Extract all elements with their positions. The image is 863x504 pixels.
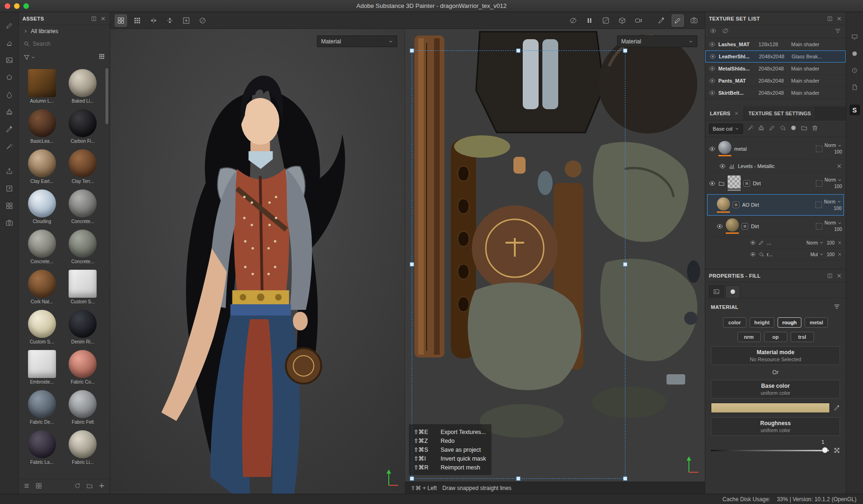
marquee-handle[interactable]	[623, 262, 627, 266]
layer-row[interactable]: Dirt Norm 100	[707, 216, 844, 237]
visibility-icon[interactable]	[709, 90, 716, 96]
asset-item[interactable]: Cork Nat...	[26, 270, 58, 304]
dock-panel-button[interactable]	[827, 16, 833, 21]
marquee-handle[interactable]	[623, 476, 627, 481]
add-frame-button[interactable]	[180, 14, 192, 27]
texture-set-row[interactable]: Pants_MAT2048x2048Main shader	[705, 75, 846, 87]
details-view-button[interactable]	[35, 483, 42, 491]
camera-view-button[interactable]	[632, 14, 645, 27]
asset-grid[interactable]: Autumn L...Baked Li...BasicLea...Carbon …	[19, 64, 110, 479]
asset-item[interactable]: Fabric Li...	[66, 430, 99, 465]
layer-effect-row[interactable]: ... Norm 100	[748, 237, 844, 249]
roughness-mode-button[interactable]: Roughness uniform color	[711, 417, 840, 436]
render-mode-button[interactable]	[600, 14, 612, 27]
texture-set-rows[interactable]: Lashes_MAT128x128Main shaderLeatherShl..…	[705, 38, 846, 106]
asset-thumbnail[interactable]	[69, 270, 97, 298]
effect-visibility-icon[interactable]	[719, 163, 726, 169]
close-panel-button[interactable]	[836, 16, 842, 21]
properties-tab-material[interactable]	[725, 285, 740, 298]
layer-visibility-icon[interactable]	[709, 180, 716, 187]
symmetry-settings-button[interactable]	[196, 14, 209, 27]
channel-metal-button[interactable]: metal	[805, 317, 828, 328]
add-paint-layer-button[interactable]	[769, 125, 775, 133]
layer-thumbnail[interactable]	[718, 141, 731, 154]
projection-tool[interactable]	[3, 54, 15, 66]
asset-thumbnail[interactable]	[69, 109, 97, 137]
asset-thumbnail[interactable]	[28, 69, 56, 97]
asset-thumbnail[interactable]	[28, 149, 56, 177]
layer-mask-slot[interactable]	[816, 146, 822, 152]
library-selector[interactable]: All libraries	[19, 25, 110, 37]
layer-thumbnail[interactable]	[728, 175, 741, 189]
roughness-slider[interactable]	[711, 447, 829, 454]
asset-thumbnail[interactable]	[28, 390, 56, 418]
material-picker-tool[interactable]	[3, 123, 15, 135]
marquee-handle[interactable]	[410, 49, 414, 53]
marquee-handle[interactable]	[516, 49, 520, 53]
tab-layers[interactable]: LAYERS	[705, 106, 744, 120]
isolate-button[interactable]	[722, 28, 729, 36]
add-folder-button[interactable]	[801, 125, 807, 133]
texture-set-filter-button[interactable]	[835, 28, 841, 36]
visibility-icon[interactable]	[709, 77, 716, 84]
assets-scrollbar[interactable]	[105, 68, 108, 124]
asset-thumbnail[interactable]	[69, 310, 97, 338]
asset-item[interactable]: Custom S...	[66, 270, 99, 304]
layer-effect-row[interactable]: r... Mul 100	[748, 249, 844, 260]
channel-nrm-button[interactable]: nrm	[737, 332, 761, 342]
visibility-icon[interactable]	[709, 65, 716, 72]
texture-set-row[interactable]: MetalShlds...2048x2048Main shader	[705, 63, 846, 75]
asset-item[interactable]: Clay Eart...	[26, 149, 58, 184]
texture-set-shader[interactable]: Glass Beak...	[792, 54, 842, 59]
slider-track[interactable]	[711, 450, 829, 451]
asset-item[interactable]: Custom S...	[26, 310, 58, 344]
asset-item[interactable]: Carbon Fi...	[66, 109, 99, 144]
visibility-icon[interactable]	[709, 41, 716, 48]
texture-set-row[interactable]: SkirtBelt...2048x2048Main shader	[705, 87, 846, 99]
asset-item[interactable]: Fabric Co...	[66, 350, 99, 385]
camera-button[interactable]	[3, 217, 15, 229]
polygon-fill-tool[interactable]	[3, 71, 15, 84]
show-all-button[interactable]	[710, 28, 716, 36]
close-window-button[interactable]	[5, 3, 10, 9]
list-view-button[interactable]	[23, 483, 30, 491]
import-asset-button[interactable]	[98, 483, 105, 491]
zoom-window-button[interactable]	[23, 3, 29, 9]
asset-thumbnail[interactable]	[69, 69, 97, 97]
eraser-tool[interactable]	[3, 37, 15, 49]
layer-row[interactable]: Dirt Norm 100	[707, 173, 844, 194]
blend-mode-select[interactable]: Norm	[807, 240, 824, 245]
texture-set-shader[interactable]: Main shader	[791, 78, 842, 84]
base-color-mode-button[interactable]: Base color uniform color	[711, 380, 840, 399]
marquee-handle[interactable]	[410, 476, 414, 481]
blend-mode-select[interactable]: Norm	[825, 143, 842, 148]
asset-item[interactable]: BasicLea...	[26, 109, 58, 144]
asset-thumbnail[interactable]	[69, 390, 97, 418]
channel-op-button[interactable]: op	[764, 332, 787, 342]
smudge-tool[interactable]	[3, 89, 15, 101]
channel-filter-select[interactable]: Base col	[709, 124, 743, 134]
asset-item[interactable]: Concrete...	[66, 230, 99, 264]
asset-thumbnail[interactable]	[69, 149, 97, 177]
layer-opacity-value[interactable]: 100	[834, 184, 842, 189]
layer-effect-row[interactable]: Levels - Metallic	[707, 160, 844, 173]
symmetry-y-button[interactable]	[164, 14, 176, 27]
slider-handle[interactable]	[822, 447, 828, 453]
asset-thumbnail[interactable]	[28, 350, 56, 378]
material-options-button[interactable]	[834, 303, 840, 311]
export-textures-button[interactable]	[3, 165, 15, 177]
blend-mode-select[interactable]: Norm	[824, 199, 842, 204]
layer-visibility-icon[interactable]	[709, 146, 716, 152]
close-panel-button[interactable]	[100, 16, 106, 21]
asset-item[interactable]: Clay Terr...	[66, 149, 99, 184]
viewport-3d[interactable]: Material	[110, 29, 405, 494]
new-folder-button[interactable]	[86, 483, 93, 491]
folder-icon[interactable]	[718, 180, 725, 187]
properties-tab-fill[interactable]	[709, 285, 724, 298]
dock-panel-button[interactable]	[91, 16, 97, 21]
color-picker-button[interactable]	[655, 14, 667, 27]
asset-thumbnail[interactable]	[69, 350, 97, 378]
asset-search[interactable]	[19, 37, 110, 50]
asset-item[interactable]: Denim Ri...	[66, 310, 99, 344]
material-mode-button[interactable]: Material mode No Resource Selected	[711, 346, 840, 365]
